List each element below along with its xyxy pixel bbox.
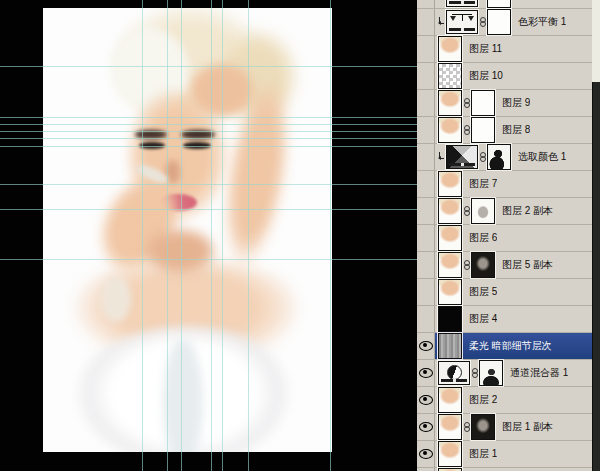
- guide-line-vertical[interactable]: [181, 0, 182, 471]
- layer-thumbnail[interactable]: [438, 441, 462, 467]
- layer-thumbnail[interactable]: [438, 414, 462, 440]
- layer-mask-thumbnail[interactable]: [471, 117, 495, 143]
- layer-thumbnail[interactable]: [438, 252, 462, 278]
- visibility-toggle[interactable]: [417, 279, 435, 305]
- visibility-toggle[interactable]: [417, 144, 435, 170]
- photo-strap-shape: [101, 276, 131, 322]
- layer-thumbnail[interactable]: [438, 36, 462, 62]
- guide-line-horizontal[interactable]: [0, 138, 417, 139]
- layer-mask-thumbnail[interactable]: [487, 0, 511, 8]
- layer-row-layer-7[interactable]: 图层 7: [417, 171, 592, 198]
- visibility-toggle[interactable]: [417, 198, 435, 224]
- visibility-eye-icon: [419, 395, 433, 405]
- visibility-eye-icon: [419, 341, 433, 351]
- visibility-toggle[interactable]: [417, 252, 435, 278]
- visibility-toggle[interactable]: [417, 36, 435, 62]
- layer-row-layer-5-copy[interactable]: 图层 5 副本: [417, 252, 592, 279]
- visibility-toggle[interactable]: [417, 171, 435, 197]
- document-canvas[interactable]: [0, 0, 417, 471]
- selective-color-icon[interactable]: [446, 145, 478, 169]
- layer-mask-thumbnail[interactable]: [471, 198, 495, 224]
- guide-line-horizontal[interactable]: [0, 131, 417, 132]
- visibility-toggle[interactable]: [417, 63, 435, 89]
- layer-thumbnail[interactable]: [438, 171, 462, 197]
- guide-line-vertical[interactable]: [222, 0, 223, 471]
- layer-name: 通道混合器 1: [510, 366, 568, 380]
- layer-row-layer-2[interactable]: 图层 2: [417, 387, 592, 414]
- adjustment-layer-icon[interactable]: [446, 0, 478, 7]
- layer-name: 图层 7: [469, 177, 497, 191]
- layer-row-channel-mixer-1[interactable]: 通道混合器 1: [417, 360, 592, 387]
- layers-panel: 色彩平衡 1 图层 11 图层 10 图: [417, 0, 592, 471]
- guide-line-horizontal[interactable]: [0, 124, 417, 125]
- layer-row-layer-2-copy[interactable]: 图层 2 副本: [417, 198, 592, 225]
- color-balance-icon[interactable]: [446, 10, 478, 34]
- link-icon: [463, 422, 470, 433]
- layer-thumbnail[interactable]: [438, 198, 462, 224]
- layer-thumbnail[interactable]: [438, 387, 462, 413]
- visibility-toggle[interactable]: [417, 9, 435, 35]
- visibility-toggle[interactable]: [417, 306, 435, 332]
- layer-mask-thumbnail[interactable]: [487, 144, 511, 170]
- layer-name: 图层 2 副本: [502, 204, 553, 218]
- layer-row-color-balance-1[interactable]: 色彩平衡 1: [417, 9, 592, 36]
- layer-row-layer-6[interactable]: 图层 6: [417, 225, 592, 252]
- guide-line-vertical[interactable]: [142, 0, 143, 471]
- guide-line-horizontal[interactable]: [0, 66, 417, 67]
- layer-name: 图层 8: [502, 123, 530, 137]
- guide-line-vertical[interactable]: [330, 0, 331, 471]
- guide-line-vertical[interactable]: [167, 0, 168, 471]
- layer-row-layer-8[interactable]: 图层 8: [417, 117, 592, 144]
- layer-thumbnail-black[interactable]: [438, 306, 462, 332]
- layer-mask-thumbnail[interactable]: [471, 414, 495, 440]
- layer-row-layer-4[interactable]: 图层 4: [417, 306, 592, 333]
- layer-row-layer-5[interactable]: 图层 5: [417, 279, 592, 306]
- guide-line-horizontal[interactable]: [0, 209, 417, 210]
- layer-row-layer-1[interactable]: 图层 1: [417, 441, 592, 468]
- visibility-eye-icon: [419, 368, 433, 378]
- link-icon: [479, 152, 486, 163]
- layer-name: 图层 11: [469, 42, 502, 56]
- guide-line-horizontal[interactable]: [0, 184, 417, 185]
- layer-name: 图层 9: [502, 96, 530, 110]
- visibility-toggle[interactable]: [417, 90, 435, 116]
- layer-row-layer-10[interactable]: 图层 10: [417, 63, 592, 90]
- visibility-toggle[interactable]: [417, 360, 435, 386]
- guide-line-vertical[interactable]: [248, 0, 249, 471]
- layer-thumbnail-transparent[interactable]: [438, 63, 462, 89]
- layer-mask-thumbnail[interactable]: [471, 252, 495, 278]
- visibility-toggle[interactable]: [417, 441, 435, 467]
- layer-thumbnail[interactable]: [438, 117, 462, 143]
- layer-row-layer-11[interactable]: 图层 11: [417, 36, 592, 63]
- channel-mixer-icon[interactable]: [438, 361, 470, 385]
- layer-thumbnail[interactable]: [438, 90, 462, 116]
- layer-row-layer-1-copy[interactable]: 图层 1 副本: [417, 414, 592, 441]
- link-icon: [479, 17, 486, 28]
- layer-row[interactable]: [417, 0, 592, 9]
- layer-row-layer-9[interactable]: 图层 9: [417, 90, 592, 117]
- layer-thumbnail-gray[interactable]: [438, 333, 462, 359]
- layer-row-soft-light-shadow-detail[interactable]: 柔光 暗部细节层次: [417, 333, 592, 360]
- layer-name: 色彩平衡 1: [518, 15, 566, 29]
- layer-name: 图层 1 副本: [502, 420, 553, 434]
- guide-line-horizontal[interactable]: [0, 259, 417, 260]
- layer-mask-thumbnail[interactable]: [487, 9, 511, 35]
- layer-name: 图层 10: [469, 69, 503, 83]
- layer-mask-thumbnail[interactable]: [479, 360, 503, 386]
- portrait-photo[interactable]: [43, 8, 332, 452]
- visibility-toggle[interactable]: [417, 414, 435, 440]
- layer-thumbnail[interactable]: [438, 225, 462, 251]
- visibility-toggle[interactable]: [417, 0, 435, 8]
- layer-thumbnail[interactable]: [438, 279, 462, 305]
- link-icon: [463, 206, 470, 217]
- layer-row-selective-color-1[interactable]: 选取颜色 1: [417, 144, 592, 171]
- guide-line-horizontal[interactable]: [0, 117, 417, 118]
- layer-name: 图层 1: [469, 447, 497, 461]
- visibility-toggle[interactable]: [417, 333, 435, 359]
- guide-line-vertical[interactable]: [211, 0, 212, 471]
- visibility-toggle[interactable]: [417, 117, 435, 143]
- guide-line-horizontal[interactable]: [0, 146, 417, 147]
- visibility-toggle[interactable]: [417, 387, 435, 413]
- visibility-toggle[interactable]: [417, 225, 435, 251]
- layer-mask-thumbnail[interactable]: [471, 90, 495, 116]
